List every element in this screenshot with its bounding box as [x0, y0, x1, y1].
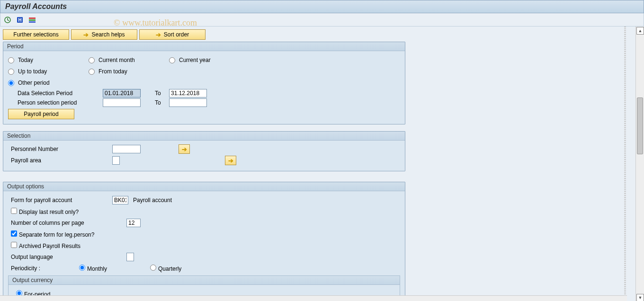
radio-label: Monthly: [87, 266, 107, 272]
outer-vertical-scrollbar[interactable]: ▲ ▼: [635, 27, 644, 301]
output-lang-label: Output language: [8, 254, 126, 260]
svg-rect-4: [29, 19, 36, 21]
output-body: Form for payroll account Payroll account…: [3, 191, 405, 301]
person-selection-row: Person selection period To: [8, 98, 400, 107]
output-lang-input[interactable]: [126, 253, 134, 261]
archived-checkbox[interactable]: Archived Payroll Results: [8, 242, 80, 249]
form-input[interactable]: [112, 196, 128, 204]
person-selection-label: Person selection period: [8, 99, 103, 106]
svg-rect-5: [29, 21, 36, 23]
form-desc: Payroll account: [133, 197, 172, 204]
button-label: Further selections: [13, 31, 58, 38]
checkbox-label: Separate form for leg.person?: [19, 231, 94, 238]
radio-today[interactable]: Today: [8, 57, 89, 63]
payroll-period-row: Payroll period: [8, 109, 400, 119]
scroll-thumb[interactable]: [637, 97, 643, 154]
output-group: Output options Form for payroll account …: [3, 182, 405, 301]
num-cols-row: Number of columns per page: [8, 218, 400, 228]
radio-label: Quarterly: [158, 266, 181, 272]
checkbox-label: Display last result only?: [19, 209, 79, 215]
further-selections-button[interactable]: Further selections: [3, 29, 69, 40]
scroll-down-icon[interactable]: ▼: [636, 294, 644, 301]
scroll-up-icon[interactable]: ▲: [636, 27, 644, 35]
payroll-area-row: Payroll area ➔: [8, 156, 400, 165]
button-label: Payroll period: [24, 111, 58, 117]
info-icon[interactable]: H: [16, 16, 24, 24]
payroll-area-input[interactable]: [112, 156, 120, 165]
selection-toolbar: Further selections ➔ Search helps ➔ Sort…: [3, 29, 405, 40]
payroll-period-button[interactable]: Payroll period: [8, 109, 74, 119]
person-selection-to-input[interactable]: [169, 98, 207, 107]
separate-form-row: Separate form for leg.person?: [8, 229, 400, 239]
output-currency-legend: Output currency: [9, 276, 400, 285]
radio-label: Current month: [98, 57, 135, 63]
separate-form-checkbox[interactable]: Separate form for leg.person?: [8, 230, 94, 238]
selection-group: Selection Personnel Number ➔ Payroll are…: [3, 131, 405, 171]
form-label: Form for payroll account: [8, 197, 112, 204]
display-last-row: Display last result only?: [8, 206, 400, 217]
person-selection-from-input[interactable]: [103, 98, 141, 107]
archived-row: Archived Payroll Results: [8, 240, 400, 251]
periodicity-row: Periodicity : Monthly Quarterly: [8, 263, 400, 274]
form-row: Form for payroll account Payroll account: [8, 195, 400, 205]
radio-label: Today: [18, 57, 33, 63]
selection-legend: Selection: [3, 132, 405, 141]
arrow-right-icon: ➔: [156, 31, 161, 38]
handle-divider[interactable]: [624, 27, 626, 295]
radio-label: Current year: [179, 57, 211, 63]
radio-up-to-today[interactable]: Up to today: [8, 68, 89, 75]
multicolor-icon[interactable]: [28, 16, 36, 24]
period-row-3: Other period: [8, 78, 400, 88]
output-legend: Output options: [3, 182, 405, 191]
payroll-area-label: Payroll area: [8, 157, 112, 164]
data-selection-to-input[interactable]: [169, 89, 207, 97]
search-helps-button[interactable]: ➔ Search helps: [71, 29, 137, 40]
content-area: Further selections ➔ Search helps ➔ Sort…: [0, 27, 644, 301]
data-selection-label: Data Selection Period: [8, 90, 103, 97]
payroll-area-multi-button[interactable]: ➔: [225, 156, 236, 165]
to-label: To: [141, 99, 169, 106]
button-label: Sort order: [164, 31, 189, 38]
app-toolbar: H: [0, 13, 644, 27]
sort-order-button[interactable]: ➔ Sort order: [139, 29, 206, 40]
period-group: Period Today Current month Current year …: [3, 42, 405, 124]
main-form: Further selections ➔ Search helps ➔ Sort…: [3, 29, 405, 301]
personnel-number-input[interactable]: [112, 145, 141, 153]
to-label: To: [141, 90, 169, 97]
display-last-checkbox[interactable]: Display last result only?: [8, 208, 79, 215]
period-row-2: Up to today From today: [8, 66, 400, 77]
radio-label: Other period: [18, 80, 50, 86]
radio-label: From today: [98, 68, 127, 75]
page-title: Payroll Accounts: [0, 0, 644, 13]
arrow-right-icon: ➔: [228, 157, 233, 164]
selection-body: Personnel Number ➔ Payroll area ➔: [3, 141, 405, 171]
num-cols-input[interactable]: [126, 219, 141, 227]
personnel-number-label: Personnel Number: [8, 146, 112, 152]
button-label: Search helps: [91, 31, 125, 38]
radio-current-month[interactable]: Current month: [89, 57, 169, 63]
arrow-right-icon: ➔: [182, 146, 187, 153]
personnel-number-multi-button[interactable]: ➔: [179, 144, 190, 154]
scroll-inner: Further selections ➔ Search helps ➔ Sort…: [0, 27, 635, 301]
svg-text:H: H: [18, 18, 21, 23]
checkbox-label: Archived Payroll Results: [19, 243, 80, 249]
radio-other-period[interactable]: Other period: [8, 80, 89, 86]
execute-icon[interactable]: [3, 16, 12, 24]
arrow-right-icon: ➔: [83, 31, 89, 38]
svg-rect-3: [29, 18, 36, 19]
period-legend: Period: [3, 42, 405, 51]
output-lang-row: Output language: [8, 252, 400, 262]
data-selection-row: Data Selection Period To: [8, 89, 400, 97]
radio-from-today[interactable]: From today: [89, 68, 169, 75]
num-cols-label: Number of columns per page: [8, 220, 126, 226]
data-selection-from-input[interactable]: [103, 89, 141, 97]
radio-current-year[interactable]: Current year: [169, 57, 250, 63]
radio-monthly[interactable]: Monthly: [79, 265, 150, 272]
horizontal-scrollbar[interactable]: [0, 295, 627, 301]
period-row-1: Today Current month Current year: [8, 55, 400, 65]
period-body: Today Current month Current year Up to t…: [3, 51, 405, 124]
radio-label: Up to today: [18, 68, 47, 75]
personnel-number-row: Personnel Number ➔: [8, 144, 400, 154]
periodicity-label: Periodicity :: [8, 265, 79, 272]
radio-quarterly[interactable]: Quarterly: [150, 265, 181, 272]
